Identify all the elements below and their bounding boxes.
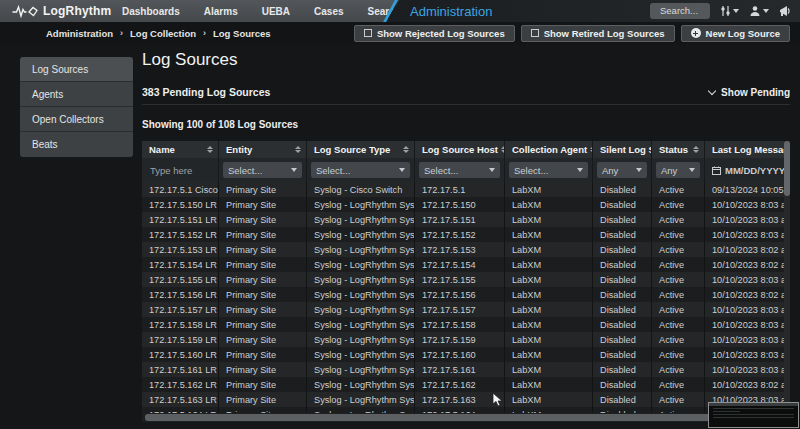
column-header-collection-agent[interactable]: Collection Agent bbox=[505, 141, 593, 158]
log-source-host-filter-select[interactable]: Select... bbox=[419, 162, 500, 178]
entity-filter-select[interactable]: Select... bbox=[223, 162, 302, 178]
search-input[interactable]: Search... bbox=[650, 3, 710, 19]
date-filter-value: MM/DD/YYYY bbox=[725, 165, 785, 176]
sort-down-icon bbox=[207, 150, 213, 153]
date-filter-input[interactable]: MM/DD/YYYY bbox=[709, 165, 785, 176]
table-row[interactable]: 172.17.5.150 LR Sysl...Primary SiteSyslo… bbox=[142, 197, 790, 212]
table-cell: 172.17.5.156 LR Sysl... bbox=[142, 287, 219, 302]
sidebar-item-agents[interactable]: Agents bbox=[20, 82, 133, 107]
table-cell: Disabled bbox=[593, 332, 652, 347]
sort-down-icon bbox=[403, 150, 409, 153]
table-cell: 172.17.5.151 bbox=[415, 212, 505, 227]
column-header-entity[interactable]: Entity bbox=[219, 141, 307, 158]
chevron-down-icon bbox=[399, 168, 405, 172]
brand-name: LogRhythm bbox=[43, 4, 111, 18]
table-row[interactable]: 172.17.5.159 LR Sysl...Primary SiteSyslo… bbox=[142, 332, 790, 347]
user-menu[interactable] bbox=[749, 5, 769, 17]
sort-icon[interactable] bbox=[498, 146, 505, 154]
column-header-log-source-host[interactable]: Log Source Host bbox=[415, 141, 505, 158]
sort-icon[interactable] bbox=[400, 146, 409, 154]
screen-share-preview[interactable] bbox=[708, 402, 799, 428]
nav-item-cases[interactable]: Cases bbox=[314, 6, 343, 17]
chevron-down-icon bbox=[689, 168, 695, 172]
name-filter-input[interactable]: Type here bbox=[146, 165, 192, 176]
column-header-name[interactable]: Name bbox=[142, 141, 219, 158]
show-retired-label: Show Retired Log Sources bbox=[544, 28, 665, 39]
filter-cell-log-source-host: Select... bbox=[415, 158, 505, 182]
table-row[interactable]: 172.17.5.158 LR Sysl...Primary SiteSyslo… bbox=[142, 317, 790, 332]
sidebar: Log SourcesAgentsOpen CollectorsBeats bbox=[20, 57, 133, 157]
nav-item-ueba[interactable]: UEBA bbox=[262, 6, 290, 17]
preview-titlebar bbox=[709, 403, 798, 406]
sidebar-item-log-sources[interactable]: Log Sources bbox=[20, 57, 133, 82]
table-cell: LabXM bbox=[505, 242, 593, 257]
table-row[interactable]: 172.17.5.160 LR Sysl...Primary SiteSyslo… bbox=[142, 347, 790, 362]
breadcrumb-item-administration[interactable]: Administration bbox=[46, 28, 113, 39]
table-row[interactable]: 172.17.5.162 LR Sysl...Primary SiteSyslo… bbox=[142, 377, 790, 392]
table-row[interactable]: 172.17.5.154 LR Sysl...Primary SiteSyslo… bbox=[142, 257, 790, 272]
filter-cell-last-log-message: MM/DD/YYYY bbox=[705, 158, 790, 182]
table-cell: Disabled bbox=[593, 272, 652, 287]
logrhythm-pulse-icon bbox=[12, 5, 38, 18]
announcements-button[interactable] bbox=[779, 5, 792, 17]
table-cell: Primary Site bbox=[219, 212, 307, 227]
log-source-type-filter-select[interactable]: Select... bbox=[311, 162, 410, 178]
table-row[interactable]: 172.17.5.157 LR Sysl...Primary SiteSyslo… bbox=[142, 302, 790, 317]
horizontal-scrollbar[interactable] bbox=[142, 413, 790, 422]
nav-item-dashboards[interactable]: Dashboards bbox=[122, 6, 180, 17]
table-cell: 09/13/2024 10:05 am bbox=[705, 182, 790, 197]
table-cell: 172.17.5.162 LR Sysl... bbox=[142, 377, 219, 392]
sort-icon[interactable] bbox=[204, 146, 213, 154]
preview-content-line bbox=[713, 414, 794, 415]
nav-item-alarms[interactable]: Alarms bbox=[204, 6, 238, 17]
table-row[interactable]: 172.17.5.161 LR Sysl...Primary SiteSyslo… bbox=[142, 362, 790, 377]
table-row[interactable]: 172.17.5.1 Cisco Swit...Primary SiteSysl… bbox=[142, 182, 790, 197]
breadcrumb-item-log-sources[interactable]: Log Sources bbox=[213, 28, 271, 39]
column-header-status[interactable]: Status bbox=[652, 141, 705, 158]
column-header-last-log-message[interactable]: Last Log Message bbox=[705, 141, 790, 158]
table-cell: Disabled bbox=[593, 347, 652, 362]
table-row[interactable]: 172.17.5.163 LR Sysl...Primary SiteSyslo… bbox=[142, 392, 790, 407]
table-cell: LabXM bbox=[505, 287, 593, 302]
horizontal-scrollbar-thumb[interactable] bbox=[145, 414, 781, 421]
collection-agent-filter-select[interactable]: Select... bbox=[509, 162, 588, 178]
status-filter-select[interactable]: Any bbox=[656, 162, 700, 178]
nav-item-administration[interactable]: Administration bbox=[410, 4, 492, 19]
table-cell: Active bbox=[652, 362, 705, 377]
table-row[interactable]: 172.17.5.152 LR Sysl...Primary SiteSyslo… bbox=[142, 227, 790, 242]
column-header-label: Log Source Type bbox=[314, 144, 390, 155]
sidebar-item-open-collectors[interactable]: Open Collectors bbox=[20, 107, 133, 132]
table-cell: 172.17.5.162 bbox=[415, 377, 505, 392]
table-row[interactable]: 172.17.5.156 LR Sysl...Primary SiteSyslo… bbox=[142, 287, 790, 302]
logrhythm-logo[interactable]: LogRhythm bbox=[0, 4, 118, 18]
show-rejected-checkbox[interactable]: Show Rejected Log Sources bbox=[354, 25, 515, 42]
sort-icon[interactable] bbox=[292, 146, 301, 154]
sidebar-item-beats[interactable]: Beats bbox=[20, 132, 133, 157]
table-cell: 172.17.5.160 bbox=[415, 347, 505, 362]
vertical-scrollbar[interactable] bbox=[784, 141, 790, 414]
column-header-silent-log-s[interactable]: Silent Log S... bbox=[593, 141, 652, 158]
table-cell: Primary Site bbox=[219, 227, 307, 242]
table-cell: 172.17.5.159 bbox=[415, 332, 505, 347]
table-row[interactable]: 172.17.5.155 LR Sysl...Primary SiteSyslo… bbox=[142, 272, 790, 287]
table-cell: Primary Site bbox=[219, 257, 307, 272]
column-header-log-source-type[interactable]: Log Source Type bbox=[307, 141, 415, 158]
new-log-source-button[interactable]: New Log Source bbox=[681, 25, 790, 42]
preferences-menu[interactable] bbox=[720, 5, 739, 17]
filter-cell-collection-agent: Select... bbox=[505, 158, 593, 182]
table-cell: Primary Site bbox=[219, 302, 307, 317]
table-cell: Disabled bbox=[593, 197, 652, 212]
table-row[interactable]: 172.17.5.153 LR Sysl...Primary SiteSyslo… bbox=[142, 242, 790, 257]
filter-cell-silent-log-s: Any bbox=[593, 158, 652, 182]
show-retired-checkbox[interactable]: Show Retired Log Sources bbox=[521, 25, 675, 42]
sort-icon[interactable] bbox=[690, 146, 699, 154]
table-row[interactable]: 172.17.5.151 LR Sysl...Primary SiteSyslo… bbox=[142, 212, 790, 227]
filter-cell-status: Any bbox=[652, 158, 705, 182]
table-cell: Active bbox=[652, 347, 705, 362]
silent-log-s-filter-select[interactable]: Any bbox=[597, 162, 647, 178]
table-cell: Disabled bbox=[593, 287, 652, 302]
vertical-scrollbar-thumb[interactable] bbox=[784, 141, 790, 196]
select-value: Any bbox=[602, 165, 618, 176]
show-pending-toggle[interactable]: Show Pending bbox=[709, 87, 790, 98]
breadcrumb-item-log-collection[interactable]: Log Collection bbox=[130, 28, 196, 39]
